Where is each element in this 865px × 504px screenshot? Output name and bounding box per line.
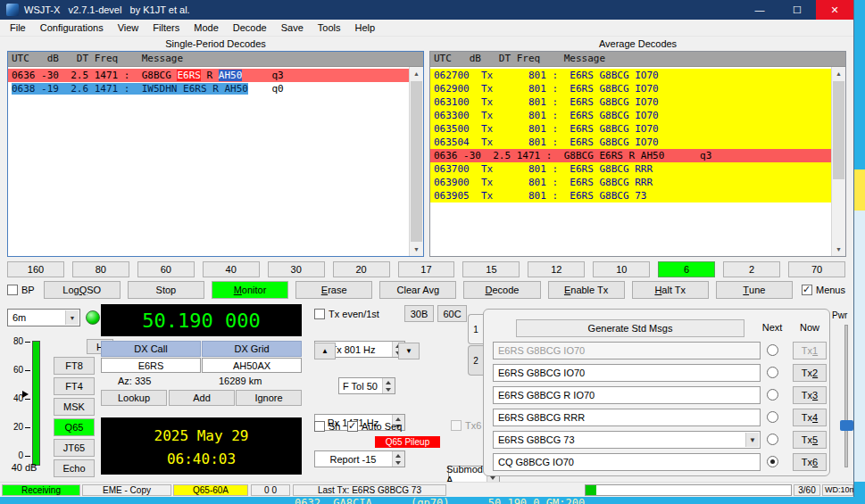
- tx5-button[interactable]: Tx 5: [793, 431, 827, 449]
- mode-msk-button[interactable]: MSK: [54, 398, 95, 416]
- band-button-60[interactable]: 60: [137, 261, 195, 277]
- tab-2[interactable]: 2: [468, 345, 483, 376]
- menu-view[interactable]: View: [111, 21, 146, 35]
- generate-std-msgs-button[interactable]: Generate Std Msgs: [516, 319, 744, 337]
- tx-message-field-5[interactable]: E6RS G8BCG 73▼: [493, 431, 761, 449]
- next-radio-6[interactable]: [767, 456, 778, 467]
- menu-mode[interactable]: Mode: [187, 21, 226, 35]
- pwr-slider-handle[interactable]: [840, 420, 853, 431]
- band-button-80[interactable]: 80: [72, 261, 129, 277]
- menu-save[interactable]: Save: [274, 21, 311, 35]
- enable-tx-button[interactable]: Enable Tx: [548, 281, 625, 299]
- decode-row[interactable]: 062900 Tx 801 : E6RS G8BCG IO70: [430, 82, 831, 95]
- ignore-button[interactable]: Ignore: [236, 390, 302, 406]
- tune-button[interactable]: Tune: [716, 281, 793, 299]
- next-radio-2[interactable]: [767, 367, 778, 378]
- report-spinner[interactable]: Report -15: [314, 450, 405, 467]
- halt-tx-button[interactable]: Halt Tx: [632, 281, 709, 299]
- decode-row[interactable]: 063504 Tx 801 : E6RS G8BCG IO70: [430, 136, 831, 149]
- menu-tools[interactable]: Tools: [311, 21, 348, 35]
- menu-decode[interactable]: Decode: [226, 21, 274, 35]
- spinner-arrows-icon[interactable]: [382, 378, 395, 393]
- scroll-down-icon[interactable]: ▼: [832, 243, 845, 256]
- decode-row[interactable]: 063300 Tx 801 : E6RS G8BCG IO70: [430, 109, 831, 122]
- next-radio-5[interactable]: [767, 434, 778, 445]
- shift-down-button[interactable]: ▼: [398, 343, 420, 359]
- band-button-160[interactable]: 160: [7, 261, 64, 277]
- tx-message-field-6[interactable]: CQ G8BCG IO70: [493, 453, 761, 471]
- next-radio-3[interactable]: [767, 389, 778, 401]
- band-button-6[interactable]: 6: [658, 261, 715, 277]
- tx-message-field-2[interactable]: E6RS G8BCG IO70: [493, 364, 761, 382]
- band-button-40[interactable]: 40: [203, 261, 260, 277]
- mode-jt65-button[interactable]: JT65: [54, 439, 95, 457]
- mode-q65-button[interactable]: Q65: [54, 418, 95, 436]
- band-button-10[interactable]: 10: [593, 261, 650, 277]
- decode-row[interactable]: 062700 Tx 801 : E6RS G8BCG IO70: [430, 69, 831, 82]
- dx-grid-input[interactable]: AH50AX: [202, 358, 302, 373]
- band-button-20[interactable]: 20: [333, 261, 390, 277]
- log-qso-button[interactable]: Log QSO: [44, 281, 121, 299]
- scroll-down-icon[interactable]: ▼: [410, 243, 423, 256]
- auto-seq-checkbox[interactable]: Auto Seq: [347, 421, 402, 432]
- scrollbar-thumb[interactable]: [411, 81, 422, 242]
- menu-configurations[interactable]: Configurations: [33, 21, 111, 35]
- band-select[interactable]: 6m ▼: [7, 309, 80, 326]
- minimize-button[interactable]: —: [741, 0, 778, 20]
- next-radio-1[interactable]: [767, 344, 778, 356]
- decode-row[interactable]: 0638 -19 2.6 1471 : IW5DHN E6RS R AH50 q…: [8, 82, 409, 95]
- scroll-up-icon[interactable]: ▲: [832, 67, 845, 80]
- decode-row[interactable]: 0636 -30 2.5 1471 : G8BCG E6RS R AH50 q3: [8, 69, 409, 82]
- band-button-2[interactable]: 2: [723, 261, 780, 277]
- average-body[interactable]: 062700 Tx 801 : E6RS G8BCG IO70062900 Tx…: [430, 67, 831, 256]
- menu-help[interactable]: Help: [348, 21, 383, 35]
- chevron-down-icon[interactable]: ▼: [745, 433, 759, 447]
- decode-row[interactable]: 0636 -30 2.5 1471 : G8BCG E6RS R AH50 q3: [430, 149, 831, 162]
- tx6-button[interactable]: Tx 6: [793, 453, 827, 471]
- ftol-spinner[interactable]: F Tol 50: [338, 377, 395, 394]
- dx-call-input[interactable]: E6RS: [101, 358, 201, 373]
- tx3-button[interactable]: Tx 3: [793, 386, 827, 404]
- band-button-30[interactable]: 30: [268, 261, 325, 277]
- mode-echo-button[interactable]: Echo: [54, 459, 95, 477]
- tx-even-checkbox[interactable]: Tx even/1st: [314, 309, 379, 319]
- menu-file[interactable]: File: [3, 21, 33, 35]
- scrollbar[interactable]: ▲ ▼: [831, 67, 845, 256]
- next-radio-4[interactable]: [767, 411, 778, 423]
- tx-message-field-3[interactable]: E6RS G8BCG R IO70: [493, 386, 761, 404]
- add-button[interactable]: Add: [169, 390, 235, 406]
- stop-button[interactable]: Stop: [128, 281, 204, 299]
- lookup-button[interactable]: Lookup: [101, 390, 167, 406]
- title-bar[interactable]: WSJT-X v2.7.1-devel by K1JT et al. — ☐ ✕: [0, 0, 853, 20]
- sh-checkbox[interactable]: Sh: [314, 421, 340, 432]
- mode-ft8-button[interactable]: FT8: [54, 357, 95, 375]
- decode-button[interactable]: Decode: [463, 281, 540, 299]
- scrollbar[interactable]: ▲ ▼: [409, 67, 423, 256]
- decode-row[interactable]: 063900 Tx 801 : E6RS G8BCG RRR: [430, 176, 831, 189]
- scrollbar-thumb[interactable]: [833, 81, 844, 179]
- tx-message-field-4[interactable]: E6RS G8BCG RRR: [493, 409, 761, 426]
- menus-checkbox[interactable]: Menus: [802, 285, 845, 295]
- tx2-button[interactable]: Tx 2: [793, 364, 827, 382]
- erase-button[interactable]: Erase: [295, 281, 372, 299]
- maximize-button[interactable]: ☐: [778, 0, 816, 20]
- tx4-button[interactable]: Tx 4: [793, 409, 827, 426]
- tab-1[interactable]: 1: [468, 314, 483, 344]
- decode-row[interactable]: 063500 Tx 801 : E6RS G8BCG IO70: [430, 122, 831, 136]
- 30b-button[interactable]: 30B: [404, 305, 434, 322]
- decode-row[interactable]: 063700 Tx 801 : E6RS G8BCG RRR: [430, 162, 831, 176]
- monitor-button[interactable]: Monitor: [212, 281, 288, 299]
- pwr-slider[interactable]: [844, 325, 848, 467]
- close-button[interactable]: ✕: [816, 0, 853, 20]
- bp-checkbox[interactable]: BP: [7, 285, 35, 295]
- single-period-body[interactable]: 0636 -30 2.5 1471 : G8BCG E6RS R AH50 q3…: [8, 67, 409, 256]
- spinner-arrows-icon[interactable]: [392, 451, 404, 467]
- decode-row[interactable]: 063905 Tx 801 : E6RS G8BCG 73: [430, 189, 831, 202]
- band-button-15[interactable]: 15: [462, 261, 520, 277]
- mode-ft4-button[interactable]: FT4: [54, 377, 95, 395]
- menu-filters[interactable]: Filters: [146, 21, 187, 35]
- shift-up-button[interactable]: ▲: [314, 343, 336, 359]
- tx1-button[interactable]: Tx 1: [793, 342, 827, 359]
- scroll-up-icon[interactable]: ▲: [410, 67, 423, 80]
- band-button-70[interactable]: 70: [788, 261, 845, 277]
